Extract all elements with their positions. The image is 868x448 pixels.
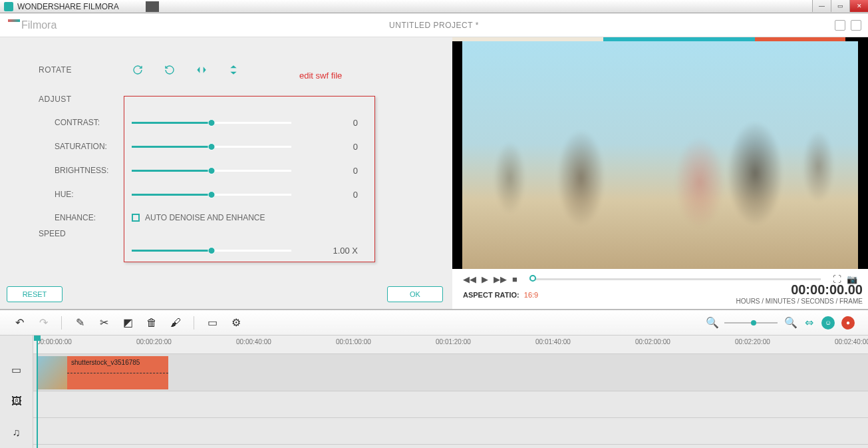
- auto-denoise-label: AUTO DENOISE AND ENHANCE: [145, 213, 265, 222]
- saturation-row: SATURATION: 0: [39, 134, 432, 158]
- edit-icon[interactable]: ✎: [74, 316, 86, 329]
- play-icon[interactable]: ▶: [482, 274, 488, 284]
- playhead[interactable]: [37, 336, 38, 448]
- flip-vertical-icon[interactable]: [227, 64, 239, 76]
- zoom-in-icon[interactable]: 🔍: [784, 316, 796, 329]
- ruler-tick: 00:01:00:00: [336, 338, 371, 345]
- contrast-slider[interactable]: [132, 122, 291, 124]
- timecode-value: 00:00:00.00: [736, 282, 863, 298]
- playback-scrubber[interactable]: [529, 278, 821, 280]
- flip-horizontal-icon[interactable]: [196, 64, 208, 76]
- saturation-value: 0: [305, 142, 358, 152]
- saturation-slider[interactable]: [132, 146, 291, 148]
- hue-row: HUE: 0: [39, 182, 432, 206]
- preview-panel: ◀◀ ▶ ▶▶ ■ ⛶ 📷 ASPECT RATIO: 16:9 00:00:0…: [452, 37, 868, 309]
- hue-label: HUE:: [39, 190, 112, 199]
- close-button[interactable]: ✕: [849, 0, 868, 12]
- window-titlebar: WONDERSHARE FILMORA — ▭ ✕: [0, 0, 868, 13]
- contrast-row: CONTRAST: 0: [39, 111, 432, 134]
- rewind-icon[interactable]: ◀◀: [463, 274, 476, 284]
- speed-slider[interactable]: [132, 250, 291, 252]
- video-preview[interactable]: [452, 41, 868, 269]
- fit-icon[interactable]: ⇔: [803, 316, 815, 329]
- record-icon[interactable]: ▭: [206, 316, 218, 329]
- undo-icon[interactable]: ↶: [13, 316, 25, 329]
- edit-panel: ROTATE edit swf file ADJUST CONTRAST: 0: [0, 37, 452, 309]
- timeline: ▭ 🖼 ♫ 00:00:00:00 00:00:20:00 00:00:40:0…: [0, 336, 868, 448]
- rotate-ccw-icon[interactable]: [164, 64, 176, 76]
- video-track[interactable]: shutterstock_v3516785: [33, 354, 868, 391]
- image-track[interactable]: [33, 391, 868, 418]
- ruler-tick: 00:01:20:00: [436, 338, 471, 345]
- hue-value: 0: [305, 190, 358, 200]
- brightness-label: BRIGHTNESS:: [39, 166, 112, 175]
- timeline-ruler[interactable]: 00:00:00:00 00:00:20:00 00:00:40:00 00:0…: [33, 336, 868, 354]
- stop-icon[interactable]: ■: [512, 274, 517, 284]
- minimize-button[interactable]: —: [812, 0, 831, 12]
- speed-row: 1.00 X: [39, 238, 432, 262]
- project-title: UNTITLED PROJECT *: [389, 21, 479, 30]
- timeline-toolbar: ↶ ↷ ✎ ✂ ◩ 🗑 🖌 ▭ ⚙ 🔍 🔍 ⇔ ☺ ●: [0, 309, 868, 336]
- rotate-label: ROTATE: [39, 65, 132, 75]
- clip-thumbnail: [37, 356, 67, 389]
- audio-track-icon[interactable]: ♫: [0, 417, 33, 448]
- crop-icon[interactable]: ◩: [122, 316, 134, 329]
- speed-label: SPEED: [39, 229, 66, 238]
- aspect-ratio-value: 16:9: [524, 291, 538, 299]
- ruler-tick: 00:02:00:00: [635, 338, 670, 345]
- speed-value: 1.00 X: [305, 246, 358, 256]
- ruler-tick: 00:00:40:00: [236, 338, 271, 345]
- app-icon: [4, 2, 13, 11]
- annotation-text: edit swf file: [299, 71, 342, 81]
- ok-button[interactable]: OK: [387, 286, 443, 302]
- ruler-tick: 00:00:20:00: [136, 338, 172, 345]
- background-tab[interactable]: [146, 1, 159, 12]
- clip-name: shutterstock_v3516785: [67, 356, 144, 369]
- rotate-cw-icon[interactable]: [132, 64, 144, 76]
- hue-slider[interactable]: [132, 194, 291, 196]
- timeline-clip[interactable]: shutterstock_v3516785: [37, 356, 168, 389]
- menu-icon[interactable]: [851, 20, 861, 31]
- logo: Filmora: [8, 19, 57, 31]
- saturation-label: SATURATION:: [39, 142, 112, 151]
- auto-denoise-checkbox[interactable]: [132, 214, 140, 222]
- audio-track[interactable]: [33, 418, 868, 445]
- maximize-button[interactable]: ▭: [831, 0, 849, 12]
- contrast-value: 0: [305, 118, 358, 128]
- image-track-icon[interactable]: 🖼: [0, 385, 33, 417]
- help-icon[interactable]: ☺: [821, 316, 835, 330]
- redo-icon[interactable]: ↷: [37, 316, 49, 329]
- ruler-tick: 00:01:40:00: [535, 338, 571, 345]
- brightness-row: BRIGHTNESS: 0: [39, 158, 432, 182]
- save-icon[interactable]: [835, 20, 845, 31]
- adjust-label: ADJUST: [39, 95, 432, 104]
- reset-button[interactable]: RESET: [7, 286, 63, 302]
- zoom-out-icon[interactable]: 🔍: [706, 316, 718, 329]
- zoom-slider[interactable]: [724, 322, 778, 324]
- brightness-slider[interactable]: [132, 170, 291, 172]
- brightness-value: 0: [305, 166, 358, 176]
- cut-icon[interactable]: ✂: [98, 316, 110, 329]
- contrast-label: CONTRAST:: [39, 118, 112, 127]
- ruler-tick: 00:00:00:00: [37, 338, 72, 345]
- ruler-tick: 00:02:20:00: [735, 338, 770, 345]
- app-header: Filmora UNTITLED PROJECT *: [0, 13, 868, 37]
- forward-icon[interactable]: ▶▶: [494, 274, 507, 284]
- settings-icon[interactable]: ⚙: [230, 316, 242, 329]
- record-badge-icon[interactable]: ●: [841, 316, 855, 330]
- enhance-label: ENHANCE:: [39, 213, 112, 222]
- brush-icon[interactable]: 🖌: [170, 317, 182, 329]
- timecode-label: HOURS / MINUTES / SECONDS / FRAME: [736, 298, 863, 305]
- app-title: WONDERSHARE FILMORA: [17, 2, 119, 11]
- delete-icon[interactable]: 🗑: [146, 317, 158, 329]
- ruler-tick: 00:02:40:00: [835, 338, 868, 345]
- aspect-ratio-label: ASPECT RATIO:: [463, 291, 519, 299]
- video-track-icon[interactable]: ▭: [0, 354, 33, 385]
